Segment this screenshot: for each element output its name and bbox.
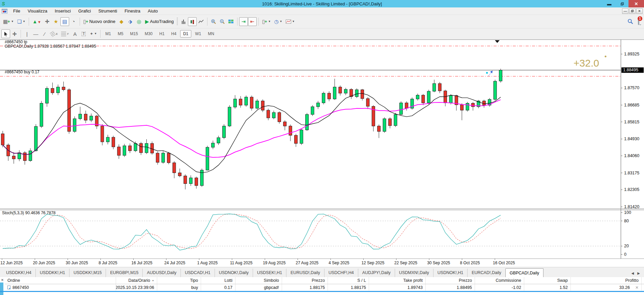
strategy-tester-button[interactable]: ◔ (69, 17, 78, 26)
price-chart[interactable]: 1.893251.875701.866851.858151.849301.840… (0, 40, 644, 267)
tab-gbpcad--daily[interactable]: GBPCAD!,Daily (505, 268, 544, 277)
trendline-tool[interactable]: ⁄ (40, 29, 49, 38)
tab-usdnok--daily[interactable]: USDNOK!,Daily (215, 269, 253, 277)
auto-scroll-button[interactable]: ⇥ (239, 17, 248, 26)
cursor-tool-button[interactable] (1, 29, 10, 38)
tab-usddkk--h4[interactable]: USDDKK!,H4 (2, 269, 36, 277)
order-cell-9: -1.02 (475, 284, 524, 291)
tab-eurcad--daily[interactable]: EURCAD!,Daily (468, 269, 506, 277)
crosshair-tool-button[interactable]: ✛ (10, 29, 19, 38)
tabs-scroll-left[interactable]: ◀ (632, 271, 634, 275)
timeframe-mn[interactable]: MN (205, 30, 217, 38)
new-chart-button[interactable]: ▦+▼ (1, 17, 16, 26)
navigator-button[interactable]: ★ (52, 17, 60, 26)
templates-button[interactable]: ▼ (284, 17, 297, 26)
timeframe-d1[interactable]: D1 (180, 30, 191, 38)
menu-inserisci[interactable]: Inserisci (51, 8, 75, 14)
timeframe-m30[interactable]: M30 (142, 30, 156, 38)
menu-finestra[interactable]: Finestra (121, 8, 144, 14)
col-header-0[interactable]: Ordine (5, 277, 116, 284)
col-header-3[interactable]: Lotti (201, 277, 235, 284)
vps-button[interactable]: ◎ (135, 17, 143, 26)
tab-audjpy--daily[interactable]: AUDJPY!,Daily (358, 269, 395, 277)
svg-text:1.82305: 1.82305 (624, 187, 639, 192)
line-chart-button[interactable] (197, 17, 205, 26)
tab-usdcad--h1[interactable]: USDCAD!,H1 (181, 269, 215, 277)
col-header-9[interactable]: Commissione (475, 277, 524, 284)
timeframe-h4[interactable]: H4 (168, 30, 179, 38)
timeframe-h1[interactable]: H1 (156, 30, 167, 38)
horizontal-line-tool[interactable]: — (31, 29, 40, 38)
autotrading-button[interactable]: ▶AutoTrading (143, 17, 175, 26)
menu-file[interactable]: File (9, 8, 24, 14)
close-button[interactable]: ✕ (628, 0, 644, 7)
fibonacci-tool[interactable]: F (59, 29, 71, 38)
tab-usddkk--h1[interactable]: USDDKK!,H1 (36, 269, 69, 277)
signals-button[interactable]: ⬗ (126, 17, 135, 26)
arrows-tool[interactable]: ✦▼ (88, 29, 99, 38)
tab-usdnok--h1[interactable]: USDNOK!,H1 (433, 269, 468, 277)
timeframe-m15[interactable]: M15 (127, 30, 141, 38)
bar-chart-button[interactable] (179, 17, 188, 26)
equidistant-channel-tool[interactable]: E (49, 29, 59, 38)
search-icon[interactable] (627, 19, 633, 24)
chart-profiles-button[interactable]: ❏▼ (16, 17, 27, 26)
svg-text:1.84930: 1.84930 (624, 137, 639, 141)
order-row[interactable]: 86674502025.10.15 23:39:06buy0.17gbpcad!… (5, 284, 644, 291)
channel-icon (50, 31, 56, 37)
minimize-button[interactable]: ▬ (603, 0, 616, 7)
col-header-6[interactable]: S / L (328, 277, 369, 284)
close-position-button[interactable]: ✕ (635, 285, 639, 290)
tab-eurusd--daily[interactable]: EURUSD!,Daily (286, 269, 325, 277)
toolbar-grip[interactable] (177, 18, 178, 26)
text-tool[interactable]: A (71, 29, 79, 38)
col-header-4[interactable]: Simbolo (235, 277, 282, 284)
notifications-button[interactable]: 1 (638, 19, 639, 25)
menu-strumenti[interactable]: Strumenti (95, 8, 121, 14)
market-watch-button[interactable]: ▲▼ (31, 17, 43, 26)
timeframe-w1[interactable]: W1 (192, 30, 204, 38)
child-restore-button[interactable] (629, 8, 636, 14)
col-header-7[interactable]: Take profit (369, 277, 426, 284)
terminal-grip[interactable] (0, 282, 3, 295)
restore-button[interactable] (616, 0, 628, 7)
col-header-10[interactable]: Swap (524, 277, 571, 284)
tab-eurgbp--m15[interactable]: EURGBP!,M15 (106, 269, 143, 277)
child-minimize-button[interactable]: — (622, 8, 628, 14)
market-button[interactable]: ◆ (117, 17, 126, 26)
menu-visualizza[interactable]: Visualizza (24, 8, 51, 14)
candlestick-chart-button[interactable] (188, 17, 197, 26)
tab-usdchf--h4[interactable]: USDCHF!,H4 (325, 269, 358, 277)
col-header-5[interactable]: Prezzo (282, 277, 328, 284)
chart-shift-button[interactable]: ⇤ (248, 17, 257, 26)
periods-button[interactable]: ◷▼ (273, 17, 284, 26)
menu-grafici[interactable]: Grafici (75, 8, 95, 14)
timeframe-m1[interactable]: M1 (102, 30, 114, 38)
col-header-2[interactable]: Tipo (157, 277, 201, 284)
col-header-8[interactable]: Prezzo (426, 277, 475, 284)
tab-audusd--daily[interactable]: AUDUSD!,Daily (143, 269, 181, 277)
terminal-button[interactable]: ▤ (60, 17, 69, 26)
timeframe-m5[interactable]: M5 (115, 30, 127, 38)
terminal-close-button[interactable]: ✕ (0, 278, 4, 282)
vertical-line-tool[interactable]: | (23, 29, 31, 38)
col-header-11[interactable]: Profitto (571, 277, 642, 284)
fibonacci-icon (61, 32, 66, 36)
tab-usddkk--m15[interactable]: USDDKK!,M15 (69, 269, 106, 277)
tab-usdsek--h1[interactable]: USDSEK!,H1 (253, 269, 286, 277)
indicators-button[interactable]: ▯+▼ (260, 17, 273, 26)
menu-aiuto[interactable]: Aiuto (144, 8, 162, 14)
tab-usdmxn--daily[interactable]: USDMXN!,Daily (395, 269, 433, 277)
chart-window-icon[interactable] (2, 9, 7, 14)
text-label-tool[interactable]: T (79, 29, 88, 38)
tabs-scroll-right[interactable]: ▶ (637, 271, 640, 275)
col-header-1[interactable]: Data/Orario▼ (116, 277, 157, 284)
data-window-button[interactable]: ✛ (43, 17, 52, 26)
svg-text:30 Jun 2025: 30 Jun 2025 (66, 261, 88, 265)
notification-badge: 1 (638, 16, 642, 21)
new-order-button[interactable]: ▯+Nuovo ordine (82, 17, 117, 26)
child-close-button[interactable]: ✕ (636, 8, 643, 14)
zoom-out-button[interactable] (218, 17, 227, 26)
tile-windows-button[interactable] (227, 17, 235, 26)
zoom-in-button[interactable] (209, 17, 218, 26)
